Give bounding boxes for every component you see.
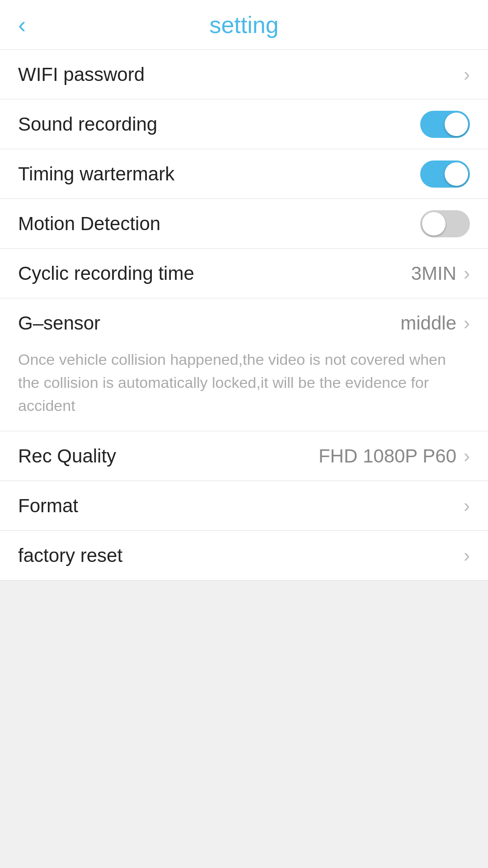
factory-reset-chevron: › xyxy=(464,545,470,566)
rec-quality-value: FHD 1080P P60 xyxy=(319,445,456,467)
cyclic-recording-value: 3MIN xyxy=(411,263,456,284)
settings-list: WIFI password › Sound recording Timing w… xyxy=(0,50,488,580)
rec-quality-right: FHD 1080P P60 › xyxy=(319,445,470,467)
motion-detection-toggle-knob xyxy=(422,212,446,236)
header: ‹ setting xyxy=(0,0,488,50)
bottom-area xyxy=(0,580,488,868)
wifi-password-right: › xyxy=(464,64,470,85)
motion-detection-right xyxy=(420,210,470,237)
timing-watermark-row[interactable]: Timing wartermark xyxy=(0,149,488,199)
back-button[interactable]: ‹ xyxy=(18,13,26,37)
gsensor-right: middle › xyxy=(400,312,470,334)
format-row[interactable]: Format › xyxy=(0,481,488,531)
cyclic-recording-label: Cyclic recording time xyxy=(18,263,194,284)
rec-quality-label: Rec Quality xyxy=(18,445,116,467)
sound-recording-label: Sound recording xyxy=(18,113,157,135)
timing-watermark-label: Timing wartermark xyxy=(18,163,174,185)
rec-quality-row[interactable]: Rec Quality FHD 1080P P60 › xyxy=(0,431,488,481)
factory-reset-row[interactable]: factory reset › xyxy=(0,531,488,580)
timing-watermark-toggle[interactable] xyxy=(420,160,470,188)
sound-recording-toggle[interactable] xyxy=(420,111,470,138)
sound-recording-toggle-knob xyxy=(445,113,468,136)
wifi-password-chevron: › xyxy=(464,64,470,85)
format-right: › xyxy=(464,495,470,517)
rec-quality-chevron: › xyxy=(464,445,470,467)
format-chevron: › xyxy=(464,495,470,517)
sound-recording-right xyxy=(420,111,470,138)
gsensor-description: Once vehicle collision happened,the vide… xyxy=(0,348,488,431)
wifi-password-row[interactable]: WIFI password › xyxy=(0,50,488,99)
timing-watermark-right xyxy=(420,160,470,188)
timing-watermark-toggle-knob xyxy=(445,162,468,186)
motion-detection-row[interactable]: Motion Detection xyxy=(0,199,488,249)
gsensor-label: G–sensor xyxy=(18,312,100,334)
page-title: setting xyxy=(209,11,278,38)
motion-detection-label: Motion Detection xyxy=(18,213,160,235)
wifi-password-label: WIFI password xyxy=(18,64,145,85)
cyclic-recording-right: 3MIN › xyxy=(411,263,470,284)
motion-detection-toggle[interactable] xyxy=(420,210,470,237)
factory-reset-right: › xyxy=(464,545,470,566)
gsensor-section: G–sensor middle › Once vehicle collision… xyxy=(0,298,488,431)
gsensor-row[interactable]: G–sensor middle › xyxy=(0,298,488,348)
sound-recording-row[interactable]: Sound recording xyxy=(0,99,488,149)
cyclic-recording-chevron: › xyxy=(464,263,470,284)
gsensor-value: middle xyxy=(400,312,456,334)
factory-reset-label: factory reset xyxy=(18,545,122,566)
format-label: Format xyxy=(18,495,78,517)
cyclic-recording-row[interactable]: Cyclic recording time 3MIN › xyxy=(0,249,488,298)
gsensor-chevron: › xyxy=(464,312,470,334)
